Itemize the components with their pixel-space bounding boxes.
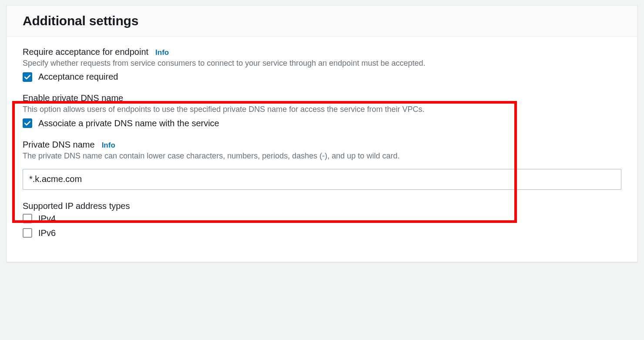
require-acceptance-desc: Specify whether requests from service co… (23, 58, 621, 68)
private-dns-name-input[interactable] (23, 169, 621, 190)
private-dns-name-label: Private DNS name (23, 140, 95, 150)
additional-settings-panel: Additional settings Require acceptance f… (7, 5, 637, 262)
panel-title: Additional settings (23, 13, 621, 28)
ip-types-label: Supported IP address types (23, 201, 130, 211)
check-icon (24, 121, 30, 126)
panel-body: Require acceptance for endpoint Info Spe… (7, 37, 637, 262)
field-require-acceptance: Require acceptance for endpoint Info Spe… (23, 47, 621, 82)
ipv6-label: IPv6 (38, 228, 56, 238)
ipv4-label: IPv4 (38, 214, 56, 224)
acceptance-required-label: Acceptance required (38, 72, 118, 82)
enable-private-dns-desc: This option allows users of endpoints to… (23, 104, 621, 114)
field-ip-types: Supported IP address types IPv4 IPv6 (23, 201, 621, 238)
associate-private-dns-checkbox[interactable] (23, 118, 32, 128)
private-dns-name-desc: The private DNS name can contain lower c… (23, 151, 621, 161)
acceptance-required-checkbox[interactable] (23, 72, 32, 82)
require-acceptance-label: Require acceptance for endpoint (23, 47, 148, 57)
panel-header: Additional settings (7, 6, 637, 37)
info-link-private-dns[interactable]: Info (102, 141, 115, 150)
ipv6-checkbox[interactable] (23, 228, 32, 238)
check-icon (24, 74, 30, 80)
ipv4-checkbox[interactable] (23, 214, 32, 223)
associate-private-dns-label: Associate a private DNS name with the se… (38, 118, 219, 128)
field-private-dns-name: Private DNS name Info The private DNS na… (23, 140, 621, 190)
field-enable-private-dns: Enable private DNS name This option allo… (23, 93, 621, 128)
enable-private-dns-label: Enable private DNS name (23, 93, 123, 103)
info-link-acceptance[interactable]: Info (155, 48, 169, 57)
